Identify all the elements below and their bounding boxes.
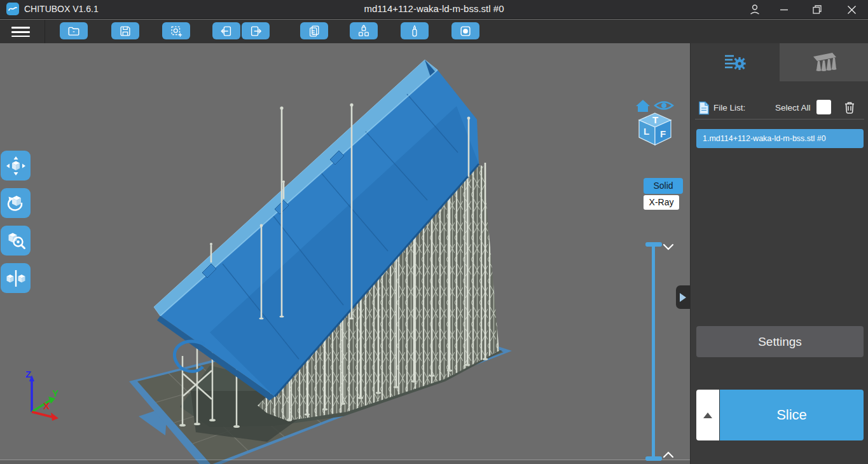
slider-bottom-cap[interactable] [645, 456, 662, 461]
minimize-button[interactable] [769, 0, 799, 19]
axis-x-label: X [43, 400, 50, 411]
mirror-icon [6, 268, 26, 289]
document-title: md114+112-waka-ld-m-bss.stl #0 [0, 3, 868, 14]
delete-trash-button[interactable] [843, 100, 856, 114]
scale-icon [6, 231, 26, 251]
capture-icon [169, 24, 183, 38]
open-file-button[interactable] [60, 22, 88, 39]
file-icon [698, 101, 710, 115]
viewport-3d[interactable]: Z Y X [0, 43, 690, 464]
save-icon [118, 24, 132, 38]
person-icon [748, 3, 761, 16]
slice-options-button[interactable] [696, 390, 719, 440]
bottle-icon [408, 24, 422, 38]
perspective-eye-icon[interactable] [655, 102, 673, 109]
copy-button[interactable] [300, 22, 328, 39]
restore-button[interactable] [803, 0, 832, 19]
view-cube-widget[interactable]: T L F [635, 98, 680, 146]
panel-collapse-button[interactable] [676, 285, 690, 309]
file-list-label: File List: [713, 103, 745, 113]
triangle-up-icon [703, 413, 712, 418]
app-title: CHITUBOX V1.6.1 [24, 4, 99, 14]
move-icon [6, 156, 26, 176]
close-button[interactable] [837, 0, 866, 19]
hollow-button[interactable] [401, 22, 429, 39]
screenshot-button[interactable] [162, 22, 190, 39]
select-all-checkbox[interactable] [816, 100, 831, 114]
select-all-label: Select All [775, 103, 811, 113]
chevron-up-icon [663, 450, 674, 459]
axes-gizmo: Z Y X [13, 367, 64, 425]
close-icon [847, 5, 857, 15]
save-button[interactable] [111, 22, 139, 39]
axis-y-label: Y [52, 388, 59, 399]
cube-front-label: F [660, 128, 666, 139]
restore-icon [812, 4, 822, 15]
triangle-right-icon [680, 293, 686, 302]
toolbar-separator [45, 20, 45, 43]
hole-icon [458, 24, 472, 38]
layer-slider[interactable] [652, 244, 655, 461]
toolbar [0, 20, 868, 43]
scene-render [0, 43, 690, 464]
main-menu-button[interactable] [11, 24, 32, 39]
scale-tool-button[interactable] [1, 226, 31, 256]
axis-z-label: Z [25, 369, 31, 379]
dig-hole-button[interactable] [451, 22, 479, 39]
right-panel: File List: Select All 1.md114+112-waka-l… [690, 43, 868, 464]
import-button[interactable] [212, 22, 240, 39]
slider-step-up-button[interactable] [663, 450, 674, 459]
tab-file-settings[interactable] [691, 43, 780, 81]
cube-top-label: T [652, 114, 658, 125]
arrow-out-icon [249, 24, 263, 38]
folder-icon [67, 24, 81, 38]
file-list-header: File List: Select All [691, 99, 868, 118]
account-button[interactable] [740, 0, 769, 19]
chevron-down-icon [663, 243, 674, 252]
titlebar: CHITUBOX V1.6.1 md114+112-waka-ld-m-bss.… [0, 0, 868, 19]
slice-button[interactable]: Slice [720, 390, 864, 440]
solid-mode-button[interactable]: Solid [644, 178, 683, 194]
cube-left-label: L [644, 126, 649, 137]
slider-step-down-button[interactable] [663, 243, 674, 252]
file-settings-icon [721, 51, 749, 74]
file-list-item[interactable]: 1.md114+112-waka-ld-m-bss.stl #0 [696, 129, 864, 148]
arrange-cubes-icon [357, 24, 371, 38]
mirror-tool-button[interactable] [1, 263, 31, 293]
xray-mode-button[interactable]: X-Ray [644, 195, 679, 210]
tab-support[interactable] [780, 43, 868, 81]
slider-top-cap[interactable] [645, 242, 662, 247]
auto-arrange-button[interactable] [350, 22, 378, 39]
divider [695, 119, 864, 119]
support-icon [809, 50, 839, 74]
arrow-in-icon [219, 24, 233, 38]
app-logo-icon [6, 3, 19, 15]
move-tool-button[interactable] [1, 151, 31, 181]
settings-button[interactable]: Settings [696, 326, 864, 357]
copy-icon [307, 24, 321, 38]
minimize-icon [780, 5, 789, 14]
orientation-cube[interactable]: T L F [639, 113, 671, 145]
rotate-icon [6, 193, 26, 214]
home-view-icon[interactable] [636, 100, 650, 112]
chitubox-window: CHITUBOX V1.6.1 md114+112-waka-ld-m-bss.… [0, 0, 868, 464]
export-button[interactable] [242, 22, 270, 39]
rotate-tool-button[interactable] [1, 188, 31, 218]
